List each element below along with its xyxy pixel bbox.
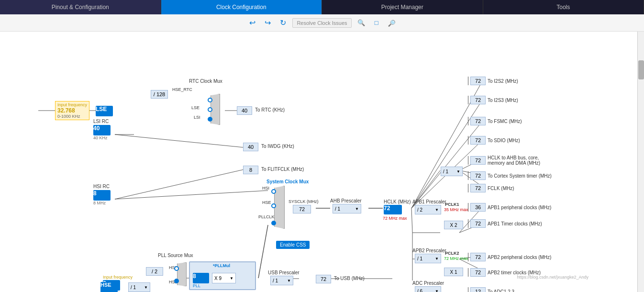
- hclk-label: HCLK (MHz): [384, 199, 411, 204]
- svg-line-32: [115, 191, 268, 199]
- zoom-in-button[interactable]: 🔍: [355, 17, 367, 29]
- toolbar: ↩ ↪ ↻ Resolve Clock Issues 🔍 □ 🔍: [0, 14, 644, 32]
- nav-pinout[interactable]: Pinout & Configuration: [0, 0, 161, 14]
- output-i2s3: 72 To I2S3 (MHz): [468, 96, 518, 104]
- top-navigation: Pinout & Configuration Clock Configurati…: [0, 0, 644, 14]
- adc-prescaler-label: ADC Prescaler: [412, 281, 444, 286]
- x1-apb2-box: X 1: [444, 268, 463, 276]
- div128-box[interactable]: / 128: [151, 90, 168, 99]
- pllmul-value-box: 8: [193, 273, 209, 283]
- rtc-mux-label: RTC Clock Mux: [189, 79, 222, 84]
- nav-project[interactable]: Project Manager: [322, 0, 483, 14]
- output-ahb: 72 HCLK to AHB bus, core, memory and DMA…: [468, 155, 545, 166]
- rtc-label: To RTC (KHz): [255, 107, 285, 112]
- flit-value-box: 8: [243, 166, 258, 174]
- lse-mux-label: LSE: [191, 105, 200, 110]
- lsi-rc-container: LSI RC 40 40 KHz: [93, 119, 111, 140]
- enable-css-button[interactable]: Enable CSS: [276, 241, 310, 249]
- output-i2s2: 72 To I2S2 (MHz): [468, 77, 518, 85]
- pclk1-max-label: 35 MHz max: [444, 207, 468, 212]
- usb-label: To USB (MHz): [334, 276, 365, 281]
- usb-prescaler-select[interactable]: / 1 ▼: [270, 276, 293, 285]
- hsi-rc-container: HSI RC 8 8 MHz: [93, 184, 111, 205]
- nav-tools[interactable]: Tools: [483, 0, 644, 14]
- x2-apb1-box: X 2: [444, 221, 463, 229]
- zoom-fit-button[interactable]: □: [371, 17, 382, 29]
- apb2-prescaler-select[interactable]: / 1 ▼: [415, 254, 441, 263]
- vertical-scrollbar[interactable]: [637, 32, 644, 292]
- system-clock-mux-label: System Clock Mux: [266, 179, 309, 184]
- nav-clock[interactable]: Clock Configuration: [161, 0, 322, 14]
- pclk1-label: PCLK1: [445, 202, 459, 207]
- usb-value-box: 72: [316, 275, 331, 283]
- output-cortex: 72 To Cortex System timer (MHz): [468, 171, 552, 180]
- sys-mux-radio-hse[interactable]: [271, 203, 276, 208]
- hse-div1-select[interactable]: / 1 ▼: [128, 282, 150, 292]
- hse-sys-mux-label: HSE: [262, 200, 271, 205]
- redo-button[interactable]: ↪: [262, 17, 273, 29]
- pll-src-mux-shape: [177, 262, 187, 286]
- output-apb2-periph: 72 APB2 peripheral clocks (MHz): [468, 253, 551, 261]
- output-fclk: 72 FCLK (MHz): [468, 184, 514, 192]
- clock-diagram: Input frequency 32.768 0-1000 KHz LSI RC…: [0, 32, 637, 292]
- hsi-sys-mux-label: HSI: [262, 186, 269, 191]
- output-fsmc: 72 To FSMC (MHz): [468, 117, 522, 125]
- usb-prescaler-label: USB Prescaler: [268, 270, 300, 275]
- pclk2-max-label: 72 MHz max: [444, 256, 468, 261]
- watermark: https://blog.csdn.net/jxuangke2_Andy: [517, 275, 588, 280]
- hclk-max-label: 72 MHz max: [383, 216, 407, 221]
- hse-box: HSE: [100, 282, 118, 292]
- rtc-value-box: 40: [237, 106, 252, 115]
- output-apb1-periph: 36 APB1 peripheral clocks (MHz): [468, 203, 551, 212]
- lsi-rc-value: 40: [93, 125, 111, 135]
- rtc-mux-radio-lse[interactable]: [208, 107, 212, 112]
- refresh-button[interactable]: ↻: [277, 17, 289, 29]
- pll-src-radio-hse[interactable]: [174, 279, 179, 283]
- adc-prescaler-select[interactable]: / 6 ▼: [415, 286, 441, 292]
- ahb-prescaler-select[interactable]: / 1 ▼: [333, 204, 361, 213]
- lse-input-freq-label: Input frequency 32.768 0-1000 KHz: [55, 101, 89, 120]
- pllmul-x-select[interactable]: X 9 ▼: [212, 273, 236, 283]
- pll-source-mux-label: PLL Source Mux: [158, 253, 193, 258]
- sys-mux-radio-hsi[interactable]: [271, 189, 276, 194]
- sysclk-label: SYSCLK (MHz): [289, 199, 319, 204]
- rtc-mux-radio-lsi[interactable]: [208, 117, 212, 122]
- hclk-value-box: 72: [384, 205, 402, 214]
- ahb-label: AHB Prescaler: [330, 198, 362, 203]
- hsi-rc-value: 8: [93, 190, 111, 201]
- pll-box: *PLLMul 8 X 9 ▼ PLL: [189, 261, 256, 290]
- pclk2-label: PCLK2: [445, 251, 459, 256]
- resolve-clock-issues-button[interactable]: Resolve Clock Issues: [292, 18, 351, 28]
- flit-label: To FLITFCLK (MHz): [261, 167, 304, 172]
- svg-line-16: [411, 208, 412, 233]
- pllclk-sys-mux-label: PLLCLK: [258, 214, 275, 219]
- output-sdio-top: 72 To SDIO (MHz): [468, 136, 520, 145]
- lse-box: LSE: [96, 106, 113, 116]
- rtc-mux-radio-hse[interactable]: [208, 98, 212, 102]
- zoom-out-button[interactable]: 🔍: [386, 17, 398, 29]
- lsi-mux-label: LSI: [194, 115, 200, 120]
- svg-line-31: [258, 225, 268, 278]
- iwdg-value-box: 40: [243, 143, 258, 151]
- output-adc: 12 To ADC1,2,3: [468, 287, 514, 292]
- output-apb1-timer: 72 APB1 Timer clocks (MHz): [468, 219, 542, 228]
- hse-rtc-label: HSE_RTC: [172, 87, 192, 92]
- main-content: Input frequency 32.768 0-1000 KHz LSI RC…: [0, 32, 644, 292]
- iwdg-label: To IWDG (KHz): [261, 144, 294, 149]
- apb2-label: APB2 Prescaler: [412, 248, 446, 253]
- pll-src-radio-hsi[interactable]: [174, 266, 179, 271]
- div1-cortex-select[interactable]: / 1 ▼: [441, 167, 463, 176]
- sysclk-value-box: 72: [293, 205, 311, 213]
- sys-mux-radio-pll[interactable]: [271, 221, 276, 225]
- undo-button[interactable]: ↩: [246, 17, 258, 29]
- svg-line-5: [115, 169, 244, 199]
- apb1-label: APB1 Prescaler: [412, 199, 446, 204]
- svg-line-4: [115, 135, 244, 147]
- apb1-prescaler-select[interactable]: / 2 ▼: [415, 205, 441, 214]
- div2-pll-box[interactable]: / 2: [146, 267, 163, 276]
